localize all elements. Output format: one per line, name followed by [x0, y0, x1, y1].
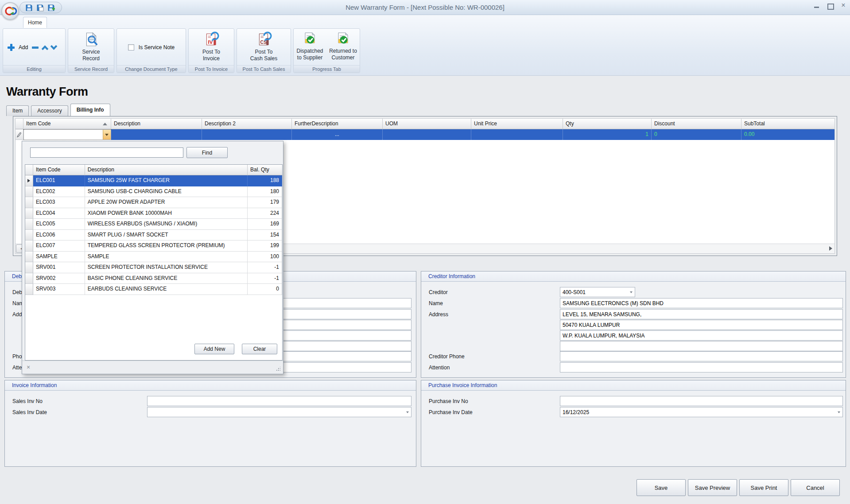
lookup-cell-description[interactable]: EARBUDS CLEANING SERVICE — [85, 284, 248, 295]
lookup-cell-code[interactable]: SRV003 — [33, 284, 85, 295]
creditor-combo-arrow-icon[interactable] — [628, 287, 635, 297]
lookup-cell-description[interactable]: XIAOMI POWER BANK 10000MAH — [85, 208, 248, 219]
post-to-cash-sales-button[interactable]: CS Post To Cash Sales — [237, 29, 291, 66]
tab-billing-info[interactable]: Billing Info — [70, 104, 110, 116]
creditor-combo[interactable] — [560, 287, 635, 297]
cancel-button[interactable]: Cancel — [791, 479, 840, 496]
column-header-description-2[interactable]: Description 2 — [202, 119, 292, 129]
cell-subtotal[interactable]: 0.00 — [741, 129, 834, 140]
lookup-row[interactable]: ELC004 XIAOMI POWER BANK 10000MAH 224 — [25, 208, 282, 219]
lookup-cell-qty[interactable]: 179 — [248, 197, 282, 208]
lookup-cell-description[interactable]: TEMPERED GLASS SCREEN PROTECTOR (PREMIUM… — [85, 240, 248, 252]
app-logo[interactable] — [1, 2, 19, 20]
lookup-cell-code[interactable]: SAMPLE — [33, 252, 85, 263]
lookup-cell-description[interactable]: APPLE 20W POWER ADAPTER — [85, 197, 248, 208]
close-icon[interactable]: × — [840, 3, 846, 8]
tab-item[interactable]: Item — [6, 105, 29, 116]
is-service-note-checkbox[interactable] — [128, 44, 134, 50]
column-header-discount[interactable]: Discount — [652, 119, 741, 129]
lookup-cell-code[interactable]: ELC007 — [33, 240, 85, 252]
cell-unit-price[interactable] — [471, 129, 563, 140]
column-header-uom[interactable]: UOM — [383, 119, 471, 129]
creditor-phone-field[interactable] — [560, 351, 843, 361]
cell-uom[interactable] — [383, 129, 471, 140]
lookup-row[interactable]: ELC003 APPLE 20W POWER ADAPTER 179 — [25, 197, 282, 208]
lookup-cell-qty[interactable]: -1 — [248, 273, 282, 284]
lookup-cell-description[interactable]: SAMPLE — [85, 252, 248, 263]
lookup-close-icon[interactable]: × — [27, 364, 30, 370]
lookup-cell-qty[interactable]: 180 — [248, 186, 282, 198]
find-button[interactable]: Find — [186, 147, 228, 158]
lookup-cell-code[interactable]: SRV002 — [33, 273, 85, 284]
item-code-dropdown-button[interactable] — [103, 130, 111, 140]
lookup-row[interactable]: ELC007 TEMPERED GLASS SCREEN PROTECTOR (… — [25, 240, 282, 252]
sales-inv-no-field[interactable] — [147, 396, 411, 406]
cell-discount[interactable]: 0 — [652, 129, 741, 140]
add-button-label[interactable]: Add — [19, 44, 28, 50]
lookup-cell-qty[interactable]: 224 — [248, 208, 282, 219]
lookup-row[interactable]: SRV003 EARBUDS CLEANING SERVICE 0 — [25, 284, 282, 295]
lookup-cell-description[interactable]: SAMSUNG USB-C CHARGING CABLE — [85, 186, 248, 198]
post-to-invoice-button[interactable]: IV Post To Invoice — [189, 29, 234, 66]
cell-further-description[interactable]: ... — [292, 129, 383, 140]
column-header-item-code[interactable]: Item Code — [23, 119, 111, 129]
save-as-icon[interactable] — [36, 4, 44, 12]
lookup-cell-description[interactable]: BASIC PHONE CLEANING SERVICE — [85, 273, 248, 284]
lookup-cell-code[interactable]: ELC002 — [33, 186, 85, 198]
lookup-column-bal-qty[interactable]: Bal. Qty — [248, 165, 282, 175]
creditor-attention-field[interactable] — [560, 362, 843, 372]
lookup-row[interactable]: SRV002 BASIC PHONE CLEANING SERVICE -1 — [25, 273, 282, 284]
lookup-row[interactable]: ELC002 SAMSUNG USB-C CHARGING CABLE 180 — [25, 186, 282, 198]
dispatched-to-supplier-button[interactable]: Dispatched to Supplier — [295, 29, 326, 66]
cell-description-2[interactable] — [202, 129, 292, 140]
lookup-cell-qty[interactable]: -1 — [248, 262, 282, 273]
lookup-row[interactable]: ELC005 WIRELESS EARBUDS (SAMSUNG / XIAOM… — [25, 219, 282, 230]
lookup-cell-description[interactable]: WIRELESS EARBUDS (SAMSUNG / XIAOMI) — [85, 219, 248, 230]
creditor-address3-field[interactable] — [560, 330, 843, 341]
creditor-name-field[interactable] — [560, 298, 843, 308]
lookup-row[interactable]: ELC001 SAMSUNG 25W FAST CHARGER 188 — [25, 175, 282, 186]
column-header-subtotal[interactable]: SubTotal — [741, 119, 834, 129]
add-icon[interactable] — [8, 44, 15, 51]
remove-icon[interactable] — [32, 47, 39, 49]
lookup-row[interactable]: SAMPLE SAMPLE 100 — [25, 252, 282, 263]
lookup-cell-code[interactable]: ELC004 — [33, 208, 85, 219]
creditor-address4-field[interactable] — [560, 341, 843, 351]
service-record-button[interactable]: Service Record — [68, 29, 114, 66]
save-and-new-icon[interactable] — [47, 4, 55, 12]
save-icon[interactable] — [25, 4, 33, 12]
creditor-address1-field[interactable] — [560, 309, 843, 319]
lookup-column-description[interactable]: Description — [85, 165, 248, 175]
lookup-cell-code[interactable]: ELC003 — [33, 197, 85, 208]
lookup-cell-code[interactable]: ELC001 — [33, 175, 85, 186]
lookup-cell-description[interactable]: SMART PLUG / SMART SOCKET — [85, 230, 248, 241]
tab-home[interactable]: Home — [23, 17, 47, 28]
lookup-cell-qty[interactable]: 154 — [248, 230, 282, 241]
lookup-cell-qty[interactable]: 0 — [248, 284, 282, 295]
sales-inv-date-field[interactable] — [147, 407, 411, 417]
lookup-cell-qty[interactable]: 100 — [248, 252, 282, 263]
column-header-unit-price[interactable]: Unit Price — [471, 119, 563, 129]
purchase-inv-no-field[interactable] — [560, 396, 843, 406]
clear-button[interactable]: Clear — [242, 344, 277, 354]
lookup-cell-qty[interactable]: 199 — [248, 240, 282, 252]
move-up-icon[interactable] — [42, 45, 49, 52]
column-header-qty[interactable]: Qty — [563, 119, 652, 129]
cell-description[interactable] — [111, 129, 202, 140]
lookup-cell-code[interactable]: SRV001 — [33, 262, 85, 273]
lookup-cell-description[interactable]: SCREEN PROTECTOR INSTALLATION SERVICE — [85, 262, 248, 273]
move-down-icon[interactable] — [50, 43, 58, 50]
save-preview-button[interactable]: Save Preview — [688, 479, 737, 496]
lookup-row[interactable]: SRV001 SCREEN PROTECTOR INSTALLATION SER… — [25, 262, 282, 273]
purchase-inv-date-field[interactable] — [560, 407, 843, 417]
add-new-button[interactable]: Add New — [194, 344, 234, 354]
column-header-description[interactable]: Description — [111, 119, 202, 129]
resize-grip-icon[interactable] — [276, 367, 280, 371]
save-print-button[interactable]: Save Print — [739, 479, 788, 496]
creditor-address2-field[interactable] — [560, 320, 843, 330]
lookup-search-input[interactable] — [30, 147, 183, 158]
lookup-column-item-code[interactable]: Item Code — [33, 165, 85, 175]
cell-qty[interactable]: 1 — [563, 129, 652, 140]
lookup-cell-description[interactable]: SAMSUNG 25W FAST CHARGER — [85, 175, 248, 186]
returned-to-customer-button[interactable]: Returned to Customer — [327, 29, 359, 66]
